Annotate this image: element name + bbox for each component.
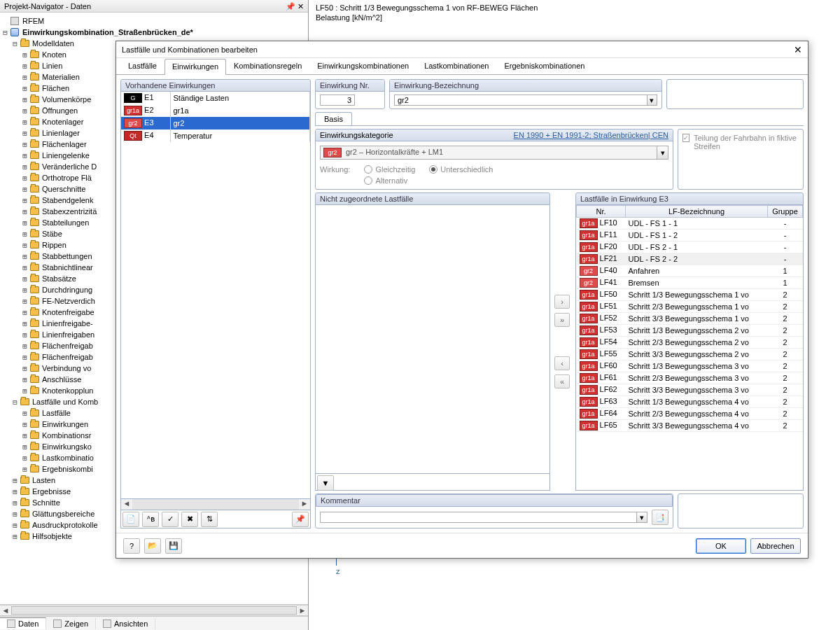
- loadcase-row[interactable]: gr1a LF20UDL - FS 2 - 1-: [577, 241, 803, 253]
- dialog-tab[interactable]: Ergebniskombinationen: [496, 58, 592, 74]
- actions-header: Vorhandene Einwirkungen: [120, 79, 311, 92]
- category-value: gr2 – Horizontalkräfte + LM1: [344, 146, 657, 159]
- delete-action-button[interactable]: ✖: [181, 512, 198, 527]
- bezeichnung-dropdown-icon[interactable]: ▾: [647, 94, 657, 106]
- new-action-button[interactable]: 📄: [122, 512, 139, 527]
- dialog-tab[interactable]: Lastfälle: [120, 58, 164, 74]
- einwirkung-nr-input[interactable]: [320, 94, 355, 106]
- navigator-tabs: Daten Zeigen Ansichten: [0, 616, 308, 630]
- move-all-left-button[interactable]: «: [554, 374, 570, 388]
- loadcase-row[interactable]: gr1a LF50Schritt 1/3 Bewegungsschema 1 v…: [577, 289, 803, 301]
- teilung-panel: ✓ Teilung der Fahrbahn in fiktive Streif…: [678, 129, 804, 190]
- tree-item[interactable]: RFEM: [1, 15, 308, 27]
- category-norm-link[interactable]: EN 1990 + EN 1991-2; Straßenbrücken| CEN: [514, 131, 668, 139]
- dialog-title-bar[interactable]: Lastfälle und Kombinationen bearbeiten ✕: [116, 41, 808, 58]
- nav-tab-zeigen[interactable]: Zeigen: [46, 618, 96, 629]
- teilung-checkbox[interactable]: ✓: [682, 134, 690, 142]
- navigator-scrollbar[interactable]: ◄►: [0, 605, 308, 616]
- category-label: Einwirkungskategorie: [320, 131, 393, 139]
- loadcase-row[interactable]: gr1a LF52Schritt 3/3 Bewegungsschema 1 v…: [577, 313, 803, 325]
- action-detail: Einwirkung Nr. Einwirkung-Bezeichnung ▾ …: [315, 79, 804, 528]
- loadcase-row[interactable]: gr1a LF51Schritt 2/3 Bewegungsschema 1 v…: [577, 301, 803, 313]
- loadcase-row[interactable]: gr1a LF55Schritt 3/3 Bewegungsschema 2 v…: [577, 349, 803, 360]
- loadcase-row[interactable]: gr2 LF40Anfahren1: [577, 265, 803, 277]
- loadcase-row[interactable]: gr2 LF41Bremsen1: [577, 277, 803, 289]
- help-button[interactable]: ?: [123, 538, 140, 554]
- close-icon[interactable]: ✕: [794, 44, 802, 55]
- move-right-button[interactable]: ›: [554, 295, 570, 309]
- navigator-title-bar: Projekt-Navigator - Daten 📌 ✕: [0, 0, 308, 13]
- loadcase-row[interactable]: gr1a LF62Schritt 3/3 Bewegungsschema 3 v…: [577, 384, 803, 396]
- category-tag: gr2: [323, 148, 342, 158]
- blank-panel-top: [666, 79, 804, 109]
- loadcase-row[interactable]: gr1a LF61Schritt 2/3 Bewegungsschema 3 v…: [577, 372, 803, 384]
- loadcase-row[interactable]: gr1a LF11UDL - FS 1 - 2-: [577, 230, 803, 241]
- unassigned-list[interactable]: [315, 205, 550, 474]
- comment-library-button[interactable]: 📑: [652, 510, 668, 525]
- basis-tabs: Basis: [315, 112, 804, 126]
- wirkung-label: Wirkung:: [320, 165, 350, 174]
- blank-panel-comment: [678, 493, 804, 528]
- comment-panel: Kommentar ▾ 📑: [315, 493, 673, 528]
- open-button[interactable]: 📂: [144, 538, 161, 554]
- bezeichnung-group: Einwirkung-Bezeichnung ▾: [389, 79, 662, 109]
- comment-input[interactable]: [320, 512, 636, 523]
- dialog-tab[interactable]: Einwirkungen: [164, 59, 226, 75]
- loadcase-row[interactable]: gr1a LF10UDL - FS 1 - 1-: [577, 218, 803, 230]
- action-row[interactable]: G E1Ständige Lasten: [121, 92, 310, 104]
- loadcase-row[interactable]: gr1a LF21UDL - FS 2 - 2-: [577, 253, 803, 265]
- unassigned-panel: Nicht zugeordnete Lastfälle ▼: [315, 192, 550, 491]
- loadcase-row[interactable]: gr1a LF60Schritt 1/3 Bewegungsschema 3 v…: [577, 360, 803, 372]
- radio-unterschiedlich[interactable]: [429, 165, 438, 174]
- tree-item[interactable]: ⊟Einwirkungskombination_Straßenbrücken_d…: [1, 27, 308, 38]
- chevron-down-icon[interactable]: ▾: [657, 146, 668, 159]
- loadcase-row[interactable]: gr1a LF65Schritt 3/3 Bewegungsschema 4 v…: [577, 420, 803, 432]
- move-left-button[interactable]: ‹: [554, 356, 570, 370]
- navigator-title: Projekt-Navigator - Daten: [4, 0, 91, 12]
- actions-panel: Vorhandene Einwirkungen G E1Ständige Las…: [120, 79, 311, 528]
- assigned-panel: Lastfälle in Einwirkung E3 Nr. LF-Bezeic…: [575, 192, 804, 491]
- axis-z-label: z: [336, 567, 340, 575]
- action-row[interactable]: gr1a E2gr1a: [121, 104, 310, 117]
- loadcase-row[interactable]: gr1a LF63Schritt 1/3 Bewegungsschema 4 v…: [577, 396, 803, 408]
- ok-button[interactable]: OK: [696, 538, 746, 554]
- transfer-buttons: › » ‹ «: [554, 192, 571, 491]
- loadcase-row[interactable]: gr1a LF53Schritt 1/3 Bewegungsschema 2 v…: [577, 325, 803, 337]
- loadcase-row[interactable]: gr1a LF54Schritt 2/3 Bewegungsschema 2 v…: [577, 337, 803, 349]
- sort-action-button[interactable]: ⇅: [201, 512, 218, 527]
- filter-icon[interactable]: ▼: [317, 475, 334, 491]
- dialog-tab[interactable]: Lastkombinationen: [416, 58, 496, 74]
- assigned-list[interactable]: Nr. LF-Bezeichnung Gruppe gr1a LF10UDL -…: [575, 205, 804, 491]
- comment-dropdown-icon[interactable]: ▾: [636, 512, 648, 523]
- category-combo[interactable]: gr2 gr2 – Horizontalkräfte + LM1 ▾: [320, 146, 668, 160]
- teilung-label: Teilung der Fahrbahn in fiktive Streifen: [694, 134, 799, 150]
- category-panel: Einwirkungskategorie EN 1990 + EN 1991-2…: [315, 129, 673, 190]
- dialog-tabs: LastfälleEinwirkungenKombinationsregelnE…: [116, 58, 808, 75]
- radio-alternativ[interactable]: [364, 176, 372, 185]
- actions-list[interactable]: G E1Ständige Lastengr1a E2gr1agr2 E3gr2Q…: [120, 92, 311, 499]
- cancel-button[interactable]: Abbrechen: [750, 538, 801, 554]
- rename-action-button[interactable]: ᴬʙ: [142, 512, 159, 527]
- actions-scrollbar[interactable]: ◄►: [120, 499, 311, 510]
- bezeichnung-input[interactable]: [394, 94, 647, 106]
- einwirkung-nr-group: Einwirkung Nr.: [315, 79, 385, 109]
- dialog-title: Lastfälle und Kombinationen bearbeiten: [122, 46, 794, 54]
- dialog-tab[interactable]: Einwirkungskombinationen: [309, 58, 416, 74]
- action-row[interactable]: Qt E4Temperatur: [121, 130, 310, 142]
- tab-basis[interactable]: Basis: [315, 112, 352, 125]
- save-button[interactable]: 💾: [165, 538, 182, 554]
- loadcase-row[interactable]: gr1a LF64Schritt 2/3 Bewegungsschema 4 v…: [577, 408, 803, 420]
- radio-gleichzeitig[interactable]: [364, 165, 372, 174]
- dialog-tab[interactable]: Kombinationsregeln: [226, 58, 309, 74]
- check-action-button[interactable]: ✓: [162, 512, 178, 527]
- nav-tab-ansichten[interactable]: Ansichten: [96, 618, 155, 629]
- actions-toolbar: 📄 ᴬʙ ✓ ✖ ⇅ 📌: [120, 510, 311, 528]
- dialog-footer: ? 📂 💾 OK Abbrechen: [116, 533, 808, 558]
- move-all-right-button[interactable]: »: [554, 313, 570, 327]
- navigator-pin-icon[interactable]: 📌 ✕: [286, 0, 304, 12]
- pin-action-button[interactable]: 📌: [292, 512, 309, 527]
- nav-tab-daten[interactable]: Daten: [0, 617, 46, 629]
- main-viewport-header: LF50 : Schritt 1/3 Bewegungsschema 1 von…: [310, 0, 840, 25]
- action-row[interactable]: gr2 E3gr2: [121, 117, 310, 130]
- dialog-load-combinations: Lastfälle und Kombinationen bearbeiten ✕…: [115, 41, 808, 559]
